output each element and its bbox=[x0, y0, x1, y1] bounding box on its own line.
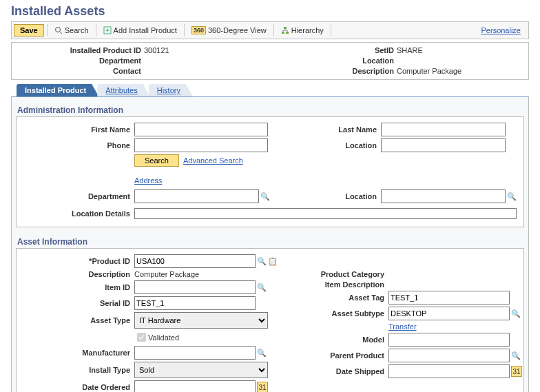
description-header-value: Computer Package bbox=[397, 66, 461, 76]
asset-tag-label: Asset Tag bbox=[278, 293, 388, 302]
model-label: Model bbox=[278, 336, 388, 344]
last-name-label: Last Name bbox=[270, 125, 381, 134]
product-id-label: Product ID bbox=[23, 257, 134, 265]
asset-subtype-input[interactable] bbox=[388, 307, 510, 320]
manufacturer-input[interactable] bbox=[134, 346, 256, 360]
phone-input[interactable] bbox=[134, 138, 268, 152]
item-id-label: Item ID bbox=[23, 283, 134, 291]
asset-subtype-label: Asset Subtype bbox=[278, 309, 388, 318]
search-label: Search bbox=[65, 26, 89, 34]
date-shipped-input[interactable] bbox=[388, 364, 510, 378]
search-button[interactable]: Search bbox=[50, 25, 93, 36]
header-info: Installed Product ID300121 Department Co… bbox=[11, 42, 529, 80]
location-details-label: Location Details bbox=[23, 209, 134, 218]
content: Administration Information First Name Ph… bbox=[11, 97, 529, 392]
calendar-icon[interactable]: 31 bbox=[511, 366, 522, 377]
installed-product-id-label: Installed Product ID bbox=[17, 45, 144, 56]
hierarchy-button[interactable]: Hierarchy bbox=[277, 25, 328, 36]
svg-rect-5 bbox=[284, 27, 287, 29]
asset-description-value: Computer Package bbox=[134, 270, 199, 278]
add-icon bbox=[103, 26, 112, 34]
search-icon bbox=[54, 26, 63, 34]
transfer-link[interactable]: Transfer bbox=[388, 322, 417, 331]
hierarchy-label: Hierarchy bbox=[291, 26, 324, 34]
tab-attributes[interactable]: Attributes bbox=[97, 84, 149, 96]
svg-rect-7 bbox=[286, 32, 289, 34]
svg-rect-6 bbox=[282, 32, 284, 34]
view-360-label: 360-Degree View bbox=[208, 26, 267, 34]
detail-icon[interactable]: 📋 bbox=[268, 256, 278, 266]
calendar-icon[interactable]: 31 bbox=[257, 382, 268, 392]
date-ordered-label: Date Ordered bbox=[23, 383, 134, 391]
setid-value: SHARE bbox=[397, 45, 423, 56]
add-install-product-label: Add Install Product bbox=[114, 26, 177, 34]
lookup-icon[interactable]: 🔍 bbox=[257, 256, 267, 266]
install-type-label: Install Type bbox=[23, 366, 134, 374]
view-360-icon: 360 bbox=[191, 26, 206, 34]
lookup-icon[interactable]: 🔍 bbox=[511, 351, 521, 360]
asset-type-label: Asset Type bbox=[23, 316, 134, 324]
description-header-label: Description bbox=[270, 66, 397, 76]
svg-point-0 bbox=[55, 28, 60, 32]
save-button[interactable]: Save bbox=[14, 24, 44, 37]
add-install-product-button[interactable]: Add Install Product bbox=[99, 25, 181, 36]
lookup-icon[interactable]: 🔍 bbox=[511, 309, 521, 318]
serial-id-input[interactable] bbox=[134, 296, 256, 310]
lookup-icon[interactable]: 🔍 bbox=[260, 192, 270, 201]
hierarchy-icon bbox=[281, 26, 289, 34]
tabs: Installed Product Attributes History bbox=[11, 84, 529, 97]
asset-description-label: Description bbox=[23, 270, 134, 278]
department-input[interactable] bbox=[134, 189, 259, 203]
installed-product-id-value: 300121 bbox=[144, 45, 169, 56]
svg-line-1 bbox=[60, 32, 62, 34]
tab-installed-product[interactable]: Installed Product bbox=[17, 84, 98, 96]
date-ordered-input[interactable] bbox=[134, 380, 256, 392]
admin-search-button[interactable]: Search bbox=[134, 154, 179, 167]
asset-section-title: Asset Information bbox=[16, 233, 524, 248]
admin-location-label: Location bbox=[270, 141, 381, 149]
product-category-label: Product Category bbox=[278, 270, 388, 278]
item-id-input[interactable] bbox=[134, 280, 256, 294]
asset-tag-input[interactable] bbox=[388, 291, 510, 305]
department-header-label: Department bbox=[17, 56, 144, 66]
serial-id-label: Serial ID bbox=[23, 299, 134, 307]
admin-location-input[interactable] bbox=[381, 138, 506, 152]
item-description-label: Item Description bbox=[278, 280, 388, 289]
asset-type-select[interactable]: IT Hardware bbox=[134, 312, 268, 329]
first-name-input[interactable] bbox=[134, 123, 268, 136]
product-id-input[interactable] bbox=[134, 254, 256, 268]
validated-label: Validated bbox=[148, 333, 179, 342]
parent-product-input[interactable] bbox=[388, 349, 510, 362]
personalize-link[interactable]: Personalize bbox=[481, 26, 526, 34]
lookup-icon[interactable]: 🔍 bbox=[507, 192, 517, 201]
toolbar: Save Search Add Install Product 360 360-… bbox=[11, 21, 529, 39]
contact-header-label: Contact bbox=[17, 66, 144, 76]
view-360-button[interactable]: 360 360-Degree View bbox=[187, 25, 271, 36]
address-link[interactable]: Address bbox=[134, 176, 162, 185]
last-name-input[interactable] bbox=[381, 123, 506, 136]
page-title: Installed Assets bbox=[0, 0, 540, 21]
tab-history[interactable]: History bbox=[149, 84, 193, 96]
admin-section-title: Administration Information bbox=[16, 101, 524, 116]
advanced-search-link[interactable]: Advanced Search bbox=[183, 156, 243, 165]
asset-section: Product ID🔍📋 DescriptionComputer Package… bbox=[16, 248, 524, 392]
department-label: Department bbox=[23, 192, 134, 200]
validated-checkbox bbox=[137, 333, 146, 342]
lookup-icon[interactable]: 🔍 bbox=[257, 348, 267, 358]
phone-label: Phone bbox=[23, 141, 134, 149]
admin-section: First Name Phone Search Advanced Search … bbox=[16, 116, 524, 227]
lookup-icon[interactable]: 🔍 bbox=[257, 282, 267, 292]
install-type-select[interactable]: Sold bbox=[134, 362, 268, 378]
date-shipped-label: Date Shipped bbox=[278, 367, 388, 375]
admin-location2-input[interactable] bbox=[381, 189, 506, 203]
manufacturer-label: Manufacturer bbox=[23, 349, 134, 357]
first-name-label: First Name bbox=[23, 125, 134, 134]
parent-product-label: Parent Product bbox=[278, 351, 388, 360]
location-header-label: Location bbox=[270, 56, 397, 66]
setid-label: SetID bbox=[270, 45, 397, 56]
model-input[interactable] bbox=[388, 333, 510, 347]
location-details-input[interactable] bbox=[134, 208, 517, 219]
admin-location2-label: Location bbox=[270, 192, 381, 200]
